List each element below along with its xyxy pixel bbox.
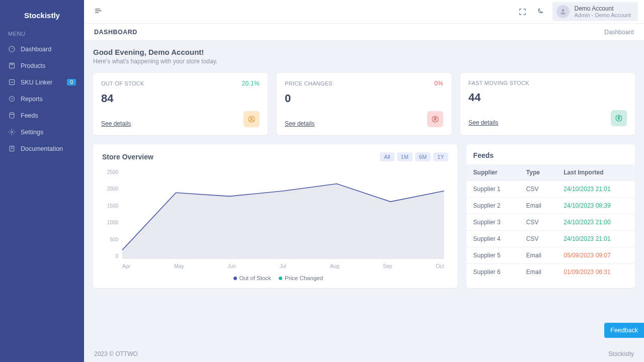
- dollar-icon: [611, 110, 627, 126]
- database-icon: [8, 112, 16, 119]
- sidebar: Stockistly MENU Dashboard Products SKU L…: [0, 0, 84, 362]
- sidebar-item-feeds[interactable]: Feeds: [0, 107, 84, 124]
- feeds-table: Supplier Type Last Imported Supplier 1CS…: [466, 164, 635, 280]
- card-percent: 20.1%: [242, 80, 260, 87]
- card-price-changes: PRICE CHANGES 0% 0 See details: [277, 73, 451, 135]
- card-out-of-stock: OUT OF STOCK 20.1% 84 See details: [93, 73, 268, 135]
- sidebar-item-settings[interactable]: Settings: [0, 124, 84, 140]
- sku-linker-badge: 0: [67, 79, 76, 85]
- svg-point-7: [561, 9, 564, 12]
- range-1y[interactable]: 1Y: [433, 152, 448, 161]
- sidebar-item-label: Products: [21, 62, 45, 69]
- panel-title: Feeds: [466, 151, 635, 164]
- table-row[interactable]: Supplier 4CSV24/10/2023 21:01: [466, 231, 635, 247]
- box-icon: [8, 62, 16, 69]
- sidebar-item-label: Feeds: [21, 112, 38, 119]
- col-supplier[interactable]: Supplier: [466, 164, 519, 181]
- chart-area: 25002000150010005000 AprMayJunJulAugSepO…: [102, 166, 448, 272]
- see-details-link[interactable]: See details: [101, 120, 131, 127]
- footer-right: Stockistly: [608, 350, 634, 357]
- see-details-link[interactable]: See details: [285, 120, 314, 127]
- clock-icon: [8, 95, 16, 103]
- account-role: Admin - Demo Account: [575, 12, 631, 18]
- menu-label: MENU: [0, 29, 84, 41]
- card-title: PRICE CHANGES: [285, 80, 333, 86]
- footer: 2023 © OTTWO Stockistly: [84, 346, 644, 362]
- chart-range-tabs: All 1M 6M 1Y: [380, 152, 448, 161]
- card-fast-moving: FAST MOVING STOCK 44 See details: [460, 73, 635, 135]
- user-icon: [244, 111, 260, 127]
- range-1m[interactable]: 1M: [397, 152, 413, 161]
- greeting-headline: Good Evening, Demo Account!: [93, 48, 635, 56]
- sidebar-item-documentation[interactable]: Documentation: [0, 140, 84, 157]
- sidebar-item-label: Settings: [21, 129, 43, 136]
- greeting: Good Evening, Demo Account! Here's what'…: [93, 48, 635, 65]
- svg-point-4: [10, 113, 14, 115]
- card-value: 44: [468, 91, 627, 104]
- card-title: FAST MOVING STOCK: [468, 80, 529, 86]
- sidebar-item-dashboard[interactable]: Dashboard: [0, 41, 84, 57]
- breadcrumb[interactable]: Dashboard: [604, 29, 634, 36]
- footer-left: 2023 © OTTWO: [94, 350, 138, 357]
- see-details-link[interactable]: See details: [468, 119, 498, 126]
- menu-toggle-icon[interactable]: [94, 7, 103, 17]
- card-value: 0: [285, 92, 443, 105]
- table-row[interactable]: Supplier 1CSV24/10/2023 21:01: [466, 181, 635, 198]
- sidebar-item-sku-linker[interactable]: SKU Linker 0: [0, 74, 84, 90]
- sidebar-item-reports[interactable]: Reports: [0, 90, 84, 107]
- col-type[interactable]: Type: [519, 164, 556, 181]
- sidebar-item-products[interactable]: Products: [0, 57, 84, 74]
- avatar-icon: [556, 5, 570, 18]
- range-6m[interactable]: 6M: [415, 152, 431, 161]
- panel-title: Store Overview: [102, 153, 153, 161]
- card-percent: 0%: [434, 80, 443, 87]
- table-row[interactable]: Supplier 6Email01/09/2023 06:31: [466, 264, 635, 281]
- legend-dot-a: [233, 277, 237, 280]
- table-row[interactable]: Supplier 2Email24/10/2023 08:39: [466, 198, 635, 214]
- svg-point-9: [251, 118, 253, 120]
- sidebar-item-label: SKU Linker: [21, 79, 52, 86]
- brand-logo[interactable]: Stockistly: [0, 5, 84, 29]
- feeds-panel: Feeds Supplier Type Last Imported Suppli…: [466, 144, 635, 288]
- theme-toggle-icon[interactable]: [535, 7, 544, 16]
- table-row[interactable]: Supplier 5Email05/09/2023 09:07: [466, 247, 635, 264]
- sidebar-item-label: Reports: [21, 96, 43, 103]
- book-icon: [8, 145, 16, 152]
- account-name: Demo Account: [575, 5, 631, 12]
- range-all[interactable]: All: [380, 152, 394, 161]
- legend-dot-b: [279, 277, 282, 280]
- topbar: Demo Account Admin - Demo Account: [84, 0, 644, 24]
- sidebar-item-label: Dashboard: [21, 46, 51, 53]
- account-menu[interactable]: Demo Account Admin - Demo Account: [552, 2, 638, 21]
- settings-icon: [8, 128, 16, 136]
- page-title: DASHBOARD: [94, 29, 137, 36]
- store-overview-panel: Store Overview All 1M 6M 1Y 250020001500…: [93, 144, 457, 288]
- svg-rect-1: [10, 63, 15, 68]
- link-icon: [8, 78, 16, 86]
- feedback-button[interactable]: Feedback: [604, 323, 644, 338]
- card-title: OUT OF STOCK: [101, 80, 144, 86]
- gauge-icon: [8, 45, 16, 53]
- col-last-imported[interactable]: Last Imported: [556, 164, 635, 181]
- page-header: DASHBOARD Dashboard: [84, 24, 644, 41]
- dollar-icon: [427, 111, 443, 127]
- card-value: 84: [101, 92, 260, 105]
- svg-point-5: [11, 131, 13, 133]
- fullscreen-icon[interactable]: [518, 7, 527, 16]
- sidebar-item-label: Documentation: [21, 145, 63, 152]
- table-row[interactable]: Supplier 3CSV24/10/2023 21:00: [466, 214, 635, 231]
- greeting-sub: Here's what's happening with your store …: [93, 58, 635, 65]
- chart-legend: Out of Stock Price Changed: [102, 275, 448, 281]
